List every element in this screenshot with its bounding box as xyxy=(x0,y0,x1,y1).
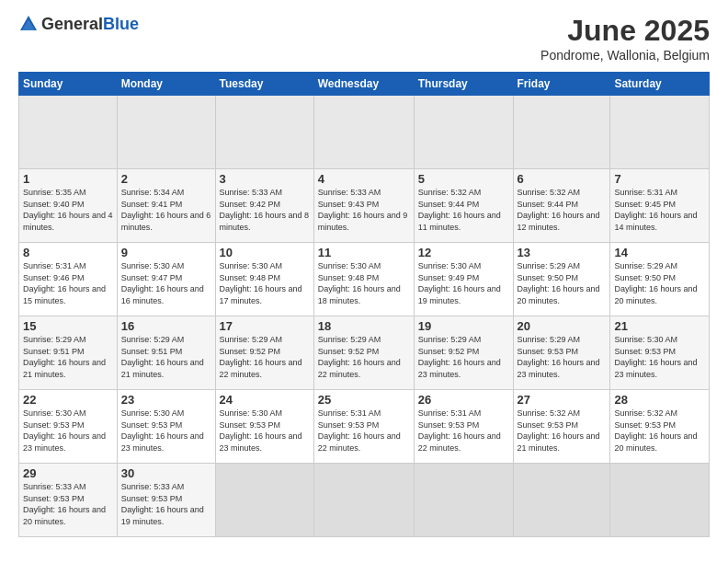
calendar-day-cell: 28Sunrise: 5:32 AMSunset: 9:53 PMDayligh… xyxy=(610,390,710,464)
logo-blue-text: Blue xyxy=(103,15,139,33)
day-number: 5 xyxy=(418,172,509,186)
day-of-week-header: Friday xyxy=(513,73,610,96)
day-number: 11 xyxy=(318,246,410,259)
calendar-day-cell: 26Sunrise: 5:31 AMSunset: 9:53 PMDayligh… xyxy=(414,390,513,464)
calendar-day-cell: 21Sunrise: 5:30 AMSunset: 9:53 PMDayligh… xyxy=(610,316,710,390)
calendar-day-cell: 3Sunrise: 5:33 AMSunset: 9:42 PMDaylight… xyxy=(215,169,313,243)
calendar-day-cell: 6Sunrise: 5:32 AMSunset: 9:44 PMDaylight… xyxy=(513,169,610,243)
calendar-day-cell: 13Sunrise: 5:29 AMSunset: 9:50 PMDayligh… xyxy=(513,243,610,316)
logo-icon xyxy=(18,14,39,34)
day-info: Sunrise: 5:31 AMSunset: 9:46 PMDaylight:… xyxy=(23,260,113,306)
calendar-day-cell: 11Sunrise: 5:30 AMSunset: 9:48 PMDayligh… xyxy=(313,243,414,316)
calendar-day-cell: 24Sunrise: 5:30 AMSunset: 9:53 PMDayligh… xyxy=(215,390,313,464)
calendar-day-cell xyxy=(19,96,118,169)
calendar-day-cell: 19Sunrise: 5:29 AMSunset: 9:52 PMDayligh… xyxy=(414,316,513,390)
calendar-day-cell: 7Sunrise: 5:31 AMSunset: 9:45 PMDaylight… xyxy=(610,169,710,243)
calendar-day-cell xyxy=(610,464,710,537)
day-info: Sunrise: 5:30 AMSunset: 9:49 PMDaylight:… xyxy=(418,260,509,306)
calendar-day-cell: 8Sunrise: 5:31 AMSunset: 9:46 PMDaylight… xyxy=(19,243,118,316)
calendar-week-row: 15Sunrise: 5:29 AMSunset: 9:51 PMDayligh… xyxy=(19,316,710,390)
day-info: Sunrise: 5:32 AMSunset: 9:44 PMDaylight:… xyxy=(418,187,509,233)
day-of-week-header: Wednesday xyxy=(313,73,414,96)
day-of-week-header: Saturday xyxy=(610,73,710,96)
day-info: Sunrise: 5:29 AMSunset: 9:52 PMDaylight:… xyxy=(220,334,310,380)
day-info: Sunrise: 5:30 AMSunset: 9:48 PMDaylight:… xyxy=(318,260,410,306)
calendar-week-row: 8Sunrise: 5:31 AMSunset: 9:46 PMDaylight… xyxy=(19,243,710,316)
day-number: 4 xyxy=(318,172,410,186)
calendar-day-cell: 17Sunrise: 5:29 AMSunset: 9:52 PMDayligh… xyxy=(215,316,313,390)
day-number: 13 xyxy=(518,246,607,259)
day-info: Sunrise: 5:29 AMSunset: 9:53 PMDaylight:… xyxy=(518,334,607,380)
page: GeneralBlue June 2025 Pondrome, Wallonia… xyxy=(0,0,728,563)
calendar-week-row: 29Sunrise: 5:33 AMSunset: 9:53 PMDayligh… xyxy=(19,464,710,537)
calendar-day-cell xyxy=(313,464,414,537)
calendar-day-cell: 23Sunrise: 5:30 AMSunset: 9:53 PMDayligh… xyxy=(117,390,215,464)
day-info: Sunrise: 5:30 AMSunset: 9:53 PMDaylight:… xyxy=(23,408,113,454)
calendar-day-cell: 10Sunrise: 5:30 AMSunset: 9:48 PMDayligh… xyxy=(215,243,313,316)
day-number: 1 xyxy=(23,172,113,186)
calendar-day-cell: 5Sunrise: 5:32 AMSunset: 9:44 PMDaylight… xyxy=(414,169,513,243)
day-info: Sunrise: 5:32 AMSunset: 9:53 PMDaylight:… xyxy=(614,408,705,454)
location: Pondrome, Wallonia, Belgium xyxy=(540,48,710,63)
calendar-week-row xyxy=(19,96,710,169)
title-area: June 2025 Pondrome, Wallonia, Belgium xyxy=(540,14,710,63)
day-info: Sunrise: 5:30 AMSunset: 9:53 PMDaylight:… xyxy=(614,334,705,380)
day-info: Sunrise: 5:30 AMSunset: 9:53 PMDaylight:… xyxy=(121,408,211,454)
day-info: Sunrise: 5:29 AMSunset: 9:50 PMDaylight:… xyxy=(518,260,607,306)
day-info: Sunrise: 5:29 AMSunset: 9:51 PMDaylight:… xyxy=(23,334,113,380)
day-info: Sunrise: 5:29 AMSunset: 9:52 PMDaylight:… xyxy=(318,334,410,380)
calendar-week-row: 1Sunrise: 5:35 AMSunset: 9:40 PMDaylight… xyxy=(19,169,710,243)
day-of-week-header: Thursday xyxy=(414,73,513,96)
day-number: 14 xyxy=(614,246,705,259)
day-number: 7 xyxy=(614,172,705,186)
calendar-day-cell: 27Sunrise: 5:32 AMSunset: 9:53 PMDayligh… xyxy=(513,390,610,464)
day-info: Sunrise: 5:31 AMSunset: 9:45 PMDaylight:… xyxy=(614,187,705,233)
calendar-day-cell: 25Sunrise: 5:31 AMSunset: 9:53 PMDayligh… xyxy=(313,390,414,464)
day-info: Sunrise: 5:31 AMSunset: 9:53 PMDaylight:… xyxy=(418,408,509,454)
day-number: 30 xyxy=(121,466,211,480)
calendar-day-cell xyxy=(215,464,313,537)
day-info: Sunrise: 5:29 AMSunset: 9:52 PMDaylight:… xyxy=(418,334,509,380)
calendar-day-cell xyxy=(610,96,710,169)
day-number: 24 xyxy=(220,393,310,407)
calendar-day-cell: 1Sunrise: 5:35 AMSunset: 9:40 PMDaylight… xyxy=(19,169,118,243)
day-of-week-header: Sunday xyxy=(19,73,118,96)
day-number: 17 xyxy=(220,319,310,333)
logo-general-text: General xyxy=(41,15,103,33)
day-info: Sunrise: 5:33 AMSunset: 9:53 PMDaylight:… xyxy=(23,481,113,527)
day-number: 27 xyxy=(518,393,607,407)
day-of-week-header: Tuesday xyxy=(215,73,313,96)
calendar-day-cell: 12Sunrise: 5:30 AMSunset: 9:49 PMDayligh… xyxy=(414,243,513,316)
day-number: 25 xyxy=(318,393,410,407)
day-number: 2 xyxy=(121,172,211,186)
logo: GeneralBlue xyxy=(18,14,139,34)
day-info: Sunrise: 5:30 AMSunset: 9:48 PMDaylight:… xyxy=(220,260,310,306)
day-number: 23 xyxy=(121,393,211,407)
calendar-day-cell xyxy=(313,96,414,169)
calendar-day-cell: 22Sunrise: 5:30 AMSunset: 9:53 PMDayligh… xyxy=(19,390,118,464)
day-number: 29 xyxy=(23,466,113,480)
day-info: Sunrise: 5:32 AMSunset: 9:53 PMDaylight:… xyxy=(518,408,607,454)
day-number: 18 xyxy=(318,319,410,333)
calendar-day-cell xyxy=(513,464,610,537)
calendar-day-cell: 4Sunrise: 5:33 AMSunset: 9:43 PMDaylight… xyxy=(313,169,414,243)
day-number: 16 xyxy=(121,319,211,333)
day-number: 9 xyxy=(121,246,211,259)
day-number: 21 xyxy=(614,319,705,333)
day-info: Sunrise: 5:29 AMSunset: 9:51 PMDaylight:… xyxy=(121,334,211,380)
calendar-week-row: 22Sunrise: 5:30 AMSunset: 9:53 PMDayligh… xyxy=(19,390,710,464)
day-info: Sunrise: 5:33 AMSunset: 9:53 PMDaylight:… xyxy=(121,481,211,527)
day-info: Sunrise: 5:30 AMSunset: 9:47 PMDaylight:… xyxy=(121,260,211,306)
calendar-day-cell xyxy=(215,96,313,169)
day-number: 15 xyxy=(23,319,113,333)
calendar-day-cell: 18Sunrise: 5:29 AMSunset: 9:52 PMDayligh… xyxy=(313,316,414,390)
day-number: 19 xyxy=(418,319,509,333)
day-number: 10 xyxy=(220,246,310,259)
day-number: 8 xyxy=(23,246,113,259)
calendar-day-cell: 16Sunrise: 5:29 AMSunset: 9:51 PMDayligh… xyxy=(117,316,215,390)
header: GeneralBlue June 2025 Pondrome, Wallonia… xyxy=(18,14,710,63)
calendar-day-cell xyxy=(513,96,610,169)
day-number: 6 xyxy=(518,172,607,186)
day-info: Sunrise: 5:32 AMSunset: 9:44 PMDaylight:… xyxy=(518,187,607,233)
calendar-day-cell xyxy=(117,96,215,169)
